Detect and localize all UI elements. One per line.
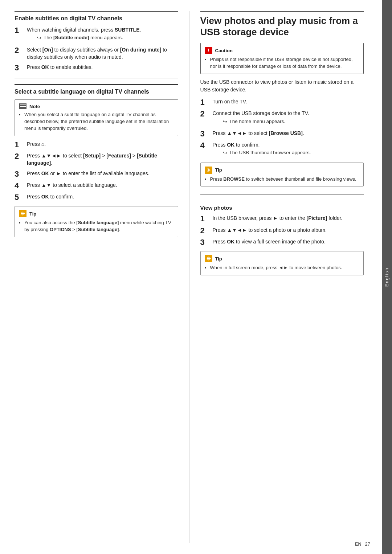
tip-icon xyxy=(205,255,212,262)
keyword: OK xyxy=(227,142,234,148)
step-2-1: 1 Press ⌂. xyxy=(15,140,178,149)
step-content: Press ▲▼◄► to select a photo or a photo … xyxy=(213,226,364,234)
tip-box-section2: Tip You can also access the [Subtitle la… xyxy=(15,206,178,237)
note-header: Note xyxy=(19,103,173,109)
caution-box: ! Caution Philips is not responsible if … xyxy=(200,43,364,74)
section1-steps: 1 When watching digital channels, press … xyxy=(15,26,178,72)
content-area: Enable subtitles on digital TV channels … xyxy=(0,0,382,554)
step-content: Press ▲▼◄► to select [Browse USB]. xyxy=(213,130,364,137)
step-1-3: 3 Press OK to enable subtitles. xyxy=(15,63,178,72)
view-photos-steps: 1 In the USB browser, press ► to enter t… xyxy=(200,214,364,247)
step-num: 3 xyxy=(200,130,211,138)
caution-header: ! Caution xyxy=(205,47,359,54)
tip-header: Tip xyxy=(205,167,359,174)
step-vp-1: 1 In the USB browser, press ► to enter t… xyxy=(200,214,364,223)
tip-list: When in full screen mode, press ◄► to mo… xyxy=(205,264,359,271)
step-r-4: 4 Press OK to confirm. ↪ The USB thumbna… xyxy=(200,141,364,158)
step-content: Press OK to enable subtitles. xyxy=(27,63,178,71)
tip-box-right: Tip Press BROWSE to switch between thumb… xyxy=(200,163,364,187)
caution-icon: ! xyxy=(205,47,212,54)
side-tab-label: English xyxy=(384,267,389,287)
keyword: [Features] xyxy=(106,153,131,159)
note-item: When you select a subtitle language on a… xyxy=(24,111,173,132)
page-num-value: 27 xyxy=(365,541,370,547)
keyword: [Subtitle language] xyxy=(76,227,119,232)
step-vp-2: 2 Press ▲▼◄► to select a photo or a phot… xyxy=(200,226,364,235)
step-num: 1 xyxy=(15,140,25,149)
arrow-note: ↪ The [Subtitle mode] menu appears. xyxy=(37,34,178,41)
tip-header: Tip xyxy=(19,210,173,217)
step-num: 5 xyxy=(15,193,25,202)
page-container: English Enable subtitles on digital TV c… xyxy=(0,0,392,554)
keyword: OPTIONS xyxy=(50,227,71,232)
step-content: Press ▲▼◄► to select [Setup] > [Features… xyxy=(27,152,178,167)
tip-item: When in full screen mode, press ◄► to mo… xyxy=(210,264,359,271)
step-num: 1 xyxy=(200,214,211,223)
tip-label: Tip xyxy=(215,256,222,262)
keyword: OK xyxy=(41,64,49,70)
step-content: In the USB browser, press ► to enter the… xyxy=(213,214,364,222)
section2-title: Select a subtitle language on digital TV… xyxy=(15,84,178,95)
step-num: 2 xyxy=(15,152,25,161)
view-photos-title: View photos xyxy=(200,205,364,211)
section-enable-subtitles: Enable subtitles on digital TV channels … xyxy=(15,11,178,72)
section1-title: Enable subtitles on digital TV channels xyxy=(15,11,178,22)
tip-label: Tip xyxy=(29,211,36,217)
keyword: [Browse USB] xyxy=(269,130,303,136)
keyword: OK xyxy=(41,194,49,200)
step-content: Connect the USB storage device to the TV… xyxy=(213,110,364,127)
step-r-2: 2 Connect the USB storage device to the … xyxy=(200,110,364,127)
step-num: 2 xyxy=(200,226,211,235)
page-number: EN 27 xyxy=(355,541,370,547)
keyword: [Subtitle language] xyxy=(76,220,119,225)
step-content: Press OK or ► to enter the list of avail… xyxy=(27,170,178,177)
step-content: Turn on the TV. xyxy=(213,98,364,105)
note-box: Note When you select a subtitle language… xyxy=(15,99,178,136)
step-1-1: 1 When watching digital channels, press … xyxy=(15,26,178,43)
section-subtitle-language: Select a subtitle language on digital TV… xyxy=(15,84,178,237)
step-num: 2 xyxy=(15,46,25,55)
keyword: [Subtitle mode] xyxy=(53,35,89,40)
arrow-note: ↪ The home menu appears. xyxy=(223,118,364,125)
step-2-5: 5 Press OK to confirm. xyxy=(15,193,178,202)
note-icon xyxy=(19,103,26,109)
keyword: [On during mute] xyxy=(120,47,162,53)
step-num: 4 xyxy=(200,141,211,150)
tip-label: Tip xyxy=(215,167,222,173)
tip-box-view-photos: Tip When in full screen mode, press ◄► t… xyxy=(200,251,364,275)
step-content: Press OK to confirm. xyxy=(27,193,178,200)
caution-item: Philips is not responsible if the USB st… xyxy=(210,56,359,70)
step-content: Press OK to confirm. ↪ The USB thumbnail… xyxy=(213,141,364,158)
caution-list: Philips is not responsible if the USB st… xyxy=(205,56,359,70)
left-column: Enable subtitles on digital TV channels … xyxy=(15,11,189,543)
intro-text: Use the USB connector to view photos or … xyxy=(200,78,364,94)
step-2-4: 4 Press ▲▼ to select a subtitle language… xyxy=(15,181,178,190)
note-label: Note xyxy=(29,104,40,109)
tip-icon xyxy=(19,210,26,217)
step-r-1: 1 Turn on the TV. xyxy=(200,98,364,107)
keyword: [Setup] xyxy=(83,153,101,159)
step-num: 2 xyxy=(200,110,211,118)
side-tab: English xyxy=(382,0,392,554)
step-vp-3: 3 Press OK to view a full screen image o… xyxy=(200,238,364,247)
lang-label: EN xyxy=(355,541,362,547)
keyword: SUBTITLE xyxy=(115,27,139,33)
tip-item: Press BROWSE to switch between thumbnail… xyxy=(210,176,359,183)
step-content: Select [On] to display subtitles always … xyxy=(27,46,178,61)
section2-steps: 1 Press ⌂. 2 Press ▲▼◄► to select [Setup… xyxy=(15,140,178,202)
step-content: When watching digital channels, press SU… xyxy=(27,26,178,43)
tip-list: You can also access the [Subtitle langua… xyxy=(19,219,173,233)
keyword: [Picture] xyxy=(306,215,327,221)
keyword: BROWSE xyxy=(223,176,245,182)
arrow-note: ↪ The USB thumbnail browser appears. xyxy=(223,149,364,156)
tip-icon xyxy=(205,167,212,174)
step-num: 3 xyxy=(15,170,25,178)
step-2-2: 2 Press ▲▼◄► to select [Setup] > [Featur… xyxy=(15,152,178,167)
step-1-2: 2 Select [On] to display subtitles alway… xyxy=(15,46,178,61)
usb-steps: 1 Turn on the TV. 2 Connect the USB stor… xyxy=(200,98,364,158)
tip-header: Tip xyxy=(205,255,359,262)
step-num: 1 xyxy=(15,26,25,35)
step-r-3: 3 Press ▲▼◄► to select [Browse USB]. xyxy=(200,130,364,138)
step-content: Press ▲▼ to select a subtitle language. xyxy=(27,181,178,189)
tip-list: Press BROWSE to switch between thumbnail… xyxy=(205,176,359,183)
